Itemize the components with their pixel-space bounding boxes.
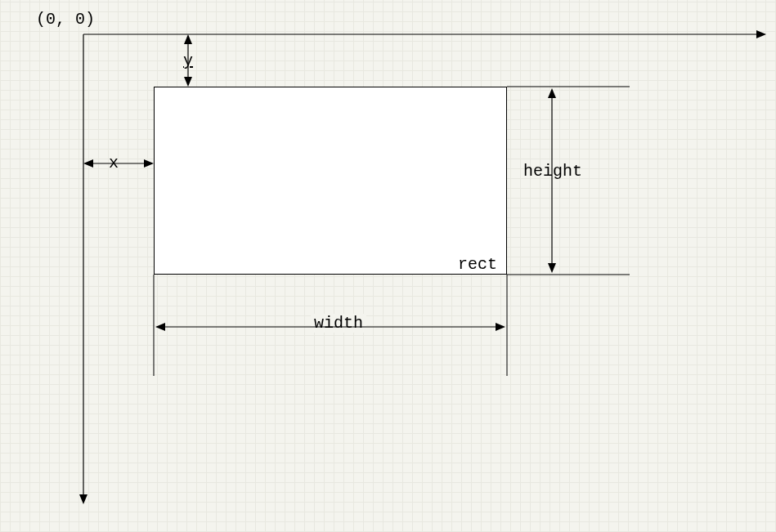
height-label: height (523, 162, 582, 181)
width-label: width (311, 314, 366, 333)
rectangle (154, 87, 507, 275)
y-label: y (183, 51, 193, 70)
rect-label: rect (458, 255, 497, 274)
x-label: x (109, 154, 119, 172)
origin-label: (0, 0) (36, 10, 95, 29)
